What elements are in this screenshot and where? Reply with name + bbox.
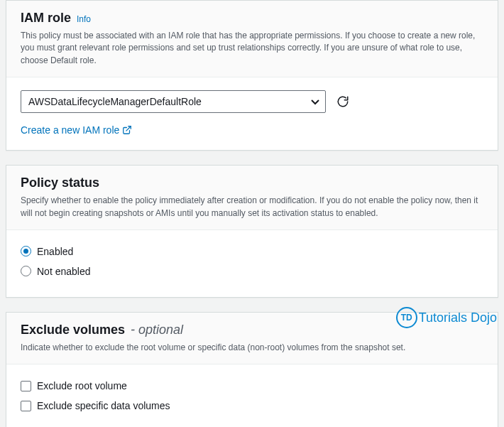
panel-header: IAM role Info This policy must be associ… bbox=[6, 1, 498, 77]
radio-enabled[interactable]: Enabled bbox=[21, 243, 483, 260]
radio-label: Enabled bbox=[37, 246, 73, 257]
panel-exclude-volumes: Exclude volumes - optional Indicate whet… bbox=[6, 312, 498, 427]
optional-label: - optional bbox=[131, 323, 183, 337]
exclude-volumes-description: Indicate whether to exclude the root vol… bbox=[21, 342, 483, 354]
policy-status-title: Policy status bbox=[21, 175, 99, 190]
panel-title: Exclude volumes - optional bbox=[21, 323, 483, 337]
external-link-icon bbox=[122, 125, 132, 135]
exclude-volumes-title: Exclude volumes bbox=[21, 323, 125, 337]
panel-title: Policy status bbox=[21, 175, 483, 190]
panel-policy-status: Policy status Specify whether to enable … bbox=[6, 165, 498, 298]
info-link[interactable]: Info bbox=[77, 14, 91, 24]
checkbox-exclude-root[interactable]: Exclude root volume bbox=[21, 377, 483, 394]
panel-title: IAM role Info bbox=[21, 11, 483, 26]
panel-header: Policy status Specify whether to enable … bbox=[6, 166, 498, 230]
panel-header: Exclude volumes - optional Indicate whet… bbox=[6, 313, 498, 364]
panel-body: Enabled Not enabled bbox=[6, 230, 498, 297]
checkbox-icon bbox=[21, 381, 31, 391]
radio-label: Not enabled bbox=[37, 266, 91, 277]
radio-not-enabled[interactable]: Not enabled bbox=[21, 263, 483, 280]
iam-role-description: This policy must be associated with an I… bbox=[21, 30, 483, 67]
checkbox-exclude-data[interactable]: Exclude specific data volumes bbox=[21, 397, 483, 414]
iam-role-title: IAM role bbox=[21, 11, 71, 26]
create-iam-role-link[interactable]: Create a new IAM role bbox=[21, 124, 483, 136]
panel-body: AWSDataLifecycleManagerDefaultRole Creat… bbox=[6, 77, 498, 150]
refresh-icon[interactable] bbox=[336, 94, 350, 109]
radio-icon bbox=[21, 266, 31, 276]
checkbox-icon bbox=[21, 401, 31, 411]
svg-line-0 bbox=[126, 126, 131, 131]
create-iam-role-label: Create a new IAM role bbox=[21, 124, 119, 136]
policy-status-description: Specify whether to enable the policy imm… bbox=[21, 195, 483, 220]
radio-icon bbox=[21, 246, 31, 256]
checkbox-label: Exclude root volume bbox=[37, 380, 127, 391]
panel-body: Exclude root volume Exclude specific dat… bbox=[6, 364, 498, 427]
panel-iam-role: IAM role Info This policy must be associ… bbox=[6, 0, 498, 151]
caret-down-icon bbox=[311, 96, 319, 107]
iam-role-select[interactable]: AWSDataLifecycleManagerDefaultRole bbox=[21, 90, 326, 113]
checkbox-label: Exclude specific data volumes bbox=[37, 400, 170, 411]
iam-role-selected-value: AWSDataLifecycleManagerDefaultRole bbox=[28, 96, 202, 107]
